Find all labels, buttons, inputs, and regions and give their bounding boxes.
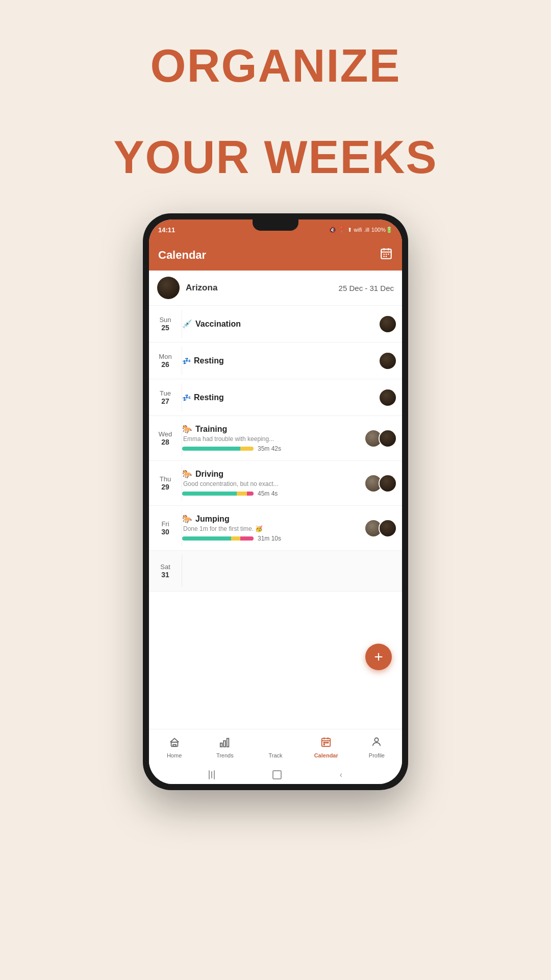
svg-point-23 — [375, 738, 379, 742]
progress-bar — [182, 536, 254, 541]
day-num: 27 — [161, 397, 169, 405]
day-name: Mon — [159, 353, 171, 360]
resting-icon: 💤 — [182, 394, 191, 402]
headline-line2: YOUR WEEKS — [113, 132, 437, 183]
svg-point-8 — [386, 256, 387, 257]
phone-frame: 14:11 🔇 📍 ⬆ wifi .ill 100%🔋 Calendar — [143, 213, 408, 790]
phone-screen: 14:11 🔇 📍 ⬆ wifi .ill 100%🔋 Calendar — [149, 219, 402, 784]
event-area-fri30: 🐎 Jumping Done 1m for the first time. 🥳 … — [182, 506, 364, 550]
svg-point-19 — [324, 742, 325, 743]
avatar — [379, 474, 397, 493]
duration: 35m 42s — [258, 445, 281, 452]
nav-item-track[interactable]: 🐎 Track — [250, 737, 300, 758]
event-title: Resting — [194, 356, 224, 365]
profile-icon — [371, 737, 382, 751]
event-desc: Good concentration, but no exact... — [183, 480, 359, 487]
day-name: Tue — [160, 389, 171, 397]
table-row[interactable]: Sun 25 💉 Vaccination — [149, 306, 402, 342]
day-label-wed28: Wed 28 — [149, 416, 182, 460]
table-row[interactable]: Fri 30 🐎 Jumping Done 1m for the first t… — [149, 506, 402, 551]
progress-row: 35m 42s — [182, 445, 359, 452]
day-num: 30 — [161, 528, 169, 536]
event-avatars — [379, 306, 402, 342]
avatar — [379, 429, 397, 448]
avatar — [379, 352, 397, 370]
avatar — [379, 315, 397, 333]
driving-icon: 🐎 — [182, 469, 192, 479]
day-label-tue27: Tue 27 — [149, 379, 182, 415]
event-title: Training — [195, 425, 227, 434]
table-row: Sat 31 — [149, 551, 402, 592]
jumping-icon: 🐎 — [182, 514, 192, 524]
nav-item-home[interactable]: Home — [149, 737, 199, 758]
avatar — [157, 277, 180, 299]
nav-item-trends[interactable]: Trends — [199, 737, 250, 758]
duration: 45m 4s — [258, 490, 278, 497]
add-event-button[interactable]: + — [365, 644, 392, 670]
day-label-mon26: Mon 26 — [149, 342, 182, 379]
nav-item-profile[interactable]: Profile — [352, 737, 402, 758]
progress-row: 45m 4s — [182, 490, 359, 497]
headline: ORGANIZE YOUR WEEKS — [113, 0, 437, 183]
event-desc: Emma had trouble with keeping... — [183, 435, 359, 443]
event-area-tue27: 💤 Resting — [182, 379, 379, 415]
training-icon: 🐎 — [182, 424, 192, 434]
day-name: Fri — [161, 520, 169, 528]
horse-profile-row[interactable]: Arizona 25 Dec - 31 Dec — [149, 271, 402, 306]
duration: 31m 10s — [258, 535, 281, 542]
date-range: 25 Dec - 31 Dec — [339, 284, 394, 292]
svg-point-21 — [328, 742, 329, 743]
phone-notch — [253, 219, 298, 231]
table-row[interactable]: Mon 26 💤 Resting — [149, 342, 402, 379]
nav-label: Profile — [369, 752, 385, 758]
event-title: Vaccination — [195, 320, 241, 329]
status-time: 14:11 — [158, 226, 175, 234]
day-label-thu29: Thu 29 — [149, 461, 182, 505]
table-row[interactable]: Thu 29 🐎 Driving Good concentration, but… — [149, 461, 402, 506]
day-name: Sat — [160, 563, 170, 571]
progress-bar — [182, 447, 254, 451]
event-title: Driving — [195, 470, 223, 479]
avatar — [379, 388, 397, 407]
day-label-sat31: Sat 31 — [149, 551, 182, 591]
event-avatars — [379, 379, 402, 415]
nav-label: Home — [167, 752, 182, 758]
home-icon — [169, 737, 180, 751]
trends-icon — [219, 737, 231, 751]
day-name: Wed — [159, 430, 172, 438]
day-num: 25 — [161, 324, 169, 332]
nav-label: Track — [268, 752, 282, 758]
table-row[interactable]: Tue 27 💤 Resting — [149, 379, 402, 416]
svg-rect-12 — [223, 741, 226, 747]
headline-line1: ORGANIZE — [113, 41, 437, 91]
track-icon: 🐎 — [269, 737, 282, 751]
gesture-bar: ‹ — [149, 766, 402, 784]
event-area-mon26: 💤 Resting — [182, 342, 379, 379]
nav-label: Trends — [216, 752, 234, 758]
nav-item-calendar[interactable]: Calendar — [301, 737, 352, 758]
bottom-navigation: Home Trends 🐎 Track — [149, 729, 402, 766]
svg-point-6 — [388, 254, 389, 255]
table-row[interactable]: Wed 28 🐎 Training Emma had trouble with … — [149, 416, 402, 461]
nav-label: Calendar — [314, 752, 338, 758]
calendar-list: Sun 25 💉 Vaccination Mon 26 — [149, 306, 402, 729]
vaccination-icon: 💉 — [182, 319, 192, 329]
status-icons: 🔇 📍 ⬆ wifi .ill 100%🔋 — [329, 227, 393, 233]
svg-point-22 — [324, 744, 325, 745]
svg-rect-13 — [227, 739, 229, 747]
event-avatars — [379, 342, 402, 379]
event-area-sun25: 💉 Vaccination — [182, 306, 379, 342]
day-num: 31 — [161, 571, 169, 579]
day-num: 26 — [161, 360, 169, 369]
app-header: Calendar — [149, 240, 402, 271]
svg-point-5 — [386, 254, 387, 255]
svg-rect-11 — [220, 743, 222, 747]
day-label-sun25: Sun 25 — [149, 306, 182, 342]
svg-rect-10 — [173, 745, 176, 747]
avatar — [379, 519, 397, 537]
progress-row: 31m 10s — [182, 535, 359, 542]
day-num: 28 — [161, 438, 169, 446]
day-name: Sun — [159, 316, 171, 324]
calendar-view-icon[interactable] — [380, 247, 393, 263]
svg-text:🐎: 🐎 — [269, 737, 280, 748]
